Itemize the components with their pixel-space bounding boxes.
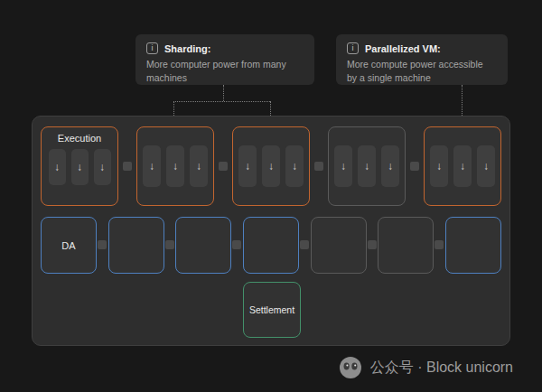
tooltip-parallelized-vm-body: More compute power accessible by a singl… xyxy=(347,58,497,85)
connector-node xyxy=(98,240,107,249)
da-label: DA xyxy=(61,240,75,251)
dotted-line-sharding-branch xyxy=(173,101,270,102)
da-node xyxy=(311,217,367,274)
info-icon: i xyxy=(347,42,359,54)
down-arrow-tile: ↓ xyxy=(453,145,472,187)
down-arrow-tile: ↓ xyxy=(71,149,89,185)
tooltip-sharding-body: More computer power from many machines xyxy=(146,58,304,85)
tooltip-parallelized-vm-header: i Parallelized VM: xyxy=(347,42,497,54)
tooltip-parallelized-vm: i Parallelized VM: More compute power ac… xyxy=(336,34,508,85)
settlement-node: Settlement xyxy=(243,282,301,338)
da-node xyxy=(445,217,501,274)
down-arrow-tile: ↓ xyxy=(94,149,111,185)
down-arrow-tile: ↓ xyxy=(381,145,399,187)
tooltip-sharding-header: i Sharding: xyxy=(146,42,304,54)
info-icon: i xyxy=(146,42,158,54)
da-node xyxy=(378,217,434,274)
connector-node xyxy=(435,240,444,249)
tooltip-sharding-title: Sharding: xyxy=(164,43,210,54)
down-arrow-tile: ↓ xyxy=(477,145,495,187)
da-node-labeled: DA xyxy=(41,217,97,274)
down-arrow-tile: ↓ xyxy=(358,145,376,187)
canvas: i Sharding: More computer power from man… xyxy=(0,0,542,392)
tooltip-sharding: i Sharding: More computer power from man… xyxy=(136,34,314,85)
execution-label: Execution xyxy=(58,133,101,144)
down-arrow-tile: ↓ xyxy=(49,149,66,185)
da-node xyxy=(175,217,231,274)
execution-node: ↓ ↓ ↓ xyxy=(424,126,501,206)
tile-group: ↓ ↓ ↓ xyxy=(238,145,304,187)
wechat-icon xyxy=(339,356,362,379)
down-arrow-tile: ↓ xyxy=(143,145,161,187)
down-arrow-tile: ↓ xyxy=(166,145,184,187)
dotted-line-sharding-stem xyxy=(223,85,224,101)
watermark: 公众号 · Block unicorn xyxy=(339,356,513,379)
tile-group: ↓ ↓ ↓ xyxy=(430,145,495,187)
down-arrow-tile: ↓ xyxy=(262,145,280,187)
down-arrow-tile: ↓ xyxy=(285,145,304,187)
tile-group: ↓ ↓ ↓ xyxy=(49,149,111,185)
connector-node xyxy=(123,162,132,171)
settlement-label: Settlement xyxy=(249,304,294,315)
execution-node: ↓ ↓ ↓ xyxy=(328,126,406,206)
connector-node xyxy=(232,240,241,249)
tile-group: ↓ ↓ ↓ xyxy=(334,145,399,187)
down-arrow-tile: ↓ xyxy=(190,145,208,187)
connector-node xyxy=(368,240,377,249)
da-node xyxy=(108,217,164,274)
execution-node: ↓ ↓ ↓ xyxy=(136,126,214,206)
tile-group: ↓ ↓ ↓ xyxy=(143,145,208,187)
watermark-text: 公众号 · Block unicorn xyxy=(370,359,513,378)
tooltip-parallelized-vm-title: Parallelized VM: xyxy=(365,43,441,54)
down-arrow-tile: ↓ xyxy=(238,145,257,187)
connector-node xyxy=(300,240,309,249)
down-arrow-tile: ↓ xyxy=(334,145,352,187)
connector-node xyxy=(410,162,419,171)
down-arrow-tile: ↓ xyxy=(430,145,448,187)
execution-node-labeled: Execution ↓ ↓ ↓ xyxy=(41,126,118,206)
connector-node xyxy=(165,240,174,249)
connector-node xyxy=(314,162,323,171)
connector-node xyxy=(219,162,228,171)
execution-node: ↓ ↓ ↓ xyxy=(232,126,310,206)
da-node xyxy=(243,217,299,274)
